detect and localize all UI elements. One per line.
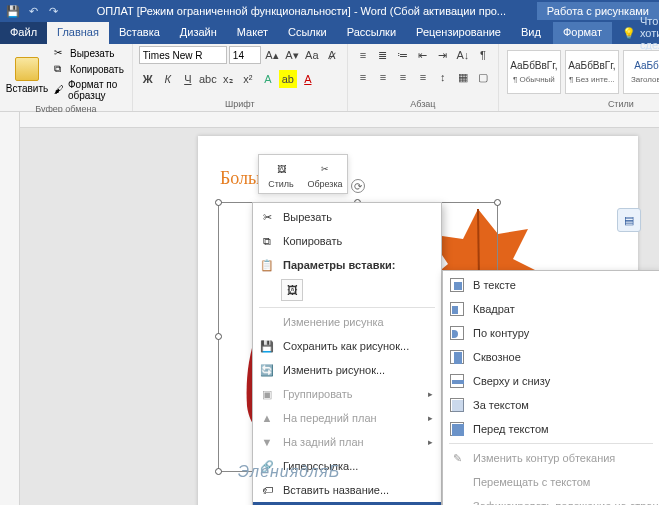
bold-button[interactable]: Ж bbox=[139, 70, 157, 88]
clipboard-icon bbox=[15, 57, 39, 81]
borders-button[interactable]: ▢ bbox=[474, 68, 492, 86]
tell-me[interactable]: 💡 Что вы хотите сделать? bbox=[612, 22, 659, 44]
edit-points-icon: ✎ bbox=[449, 450, 465, 466]
tab-mailings[interactable]: Рассылки bbox=[337, 22, 406, 44]
line-spacing-button[interactable]: ↕ bbox=[434, 68, 452, 86]
undo-icon[interactable]: ↶ bbox=[26, 4, 40, 18]
watermark-text: ЭлениядляБ bbox=[238, 463, 340, 481]
shading-button[interactable]: ▦ bbox=[454, 68, 472, 86]
crop-icon: ✂ bbox=[315, 159, 335, 179]
text-effects-button[interactable]: A bbox=[259, 70, 277, 88]
layout-options-button[interactable]: ▤ bbox=[617, 208, 641, 232]
font-name-input[interactable] bbox=[139, 46, 227, 64]
justify-button[interactable]: ≡ bbox=[414, 68, 432, 86]
wrap-behind-icon bbox=[450, 398, 464, 412]
ctx-cut[interactable]: ✂Вырезать bbox=[253, 205, 441, 229]
italic-button[interactable]: К bbox=[159, 70, 177, 88]
tab-insert[interactable]: Вставка bbox=[109, 22, 170, 44]
wrap-tight-icon bbox=[450, 326, 464, 340]
align-left-button[interactable]: ≡ bbox=[354, 68, 372, 86]
wrap-top-bottom[interactable]: Сверху и снизу bbox=[443, 369, 659, 393]
clear-format-button[interactable]: A̷ bbox=[323, 46, 341, 64]
window-title: ОПЛАТ [Режим ограниченной функциональнос… bbox=[66, 5, 537, 17]
picture-mini-toolbar: 🖼 Стиль ✂ Обрезка bbox=[258, 154, 348, 194]
ribbon-tabs: Файл Главная Вставка Дизайн Макет Ссылки… bbox=[0, 22, 659, 44]
wrap-in-front[interactable]: Перед текстом bbox=[443, 417, 659, 441]
caption-icon: 🏷 bbox=[259, 482, 275, 498]
redo-icon[interactable]: ↷ bbox=[46, 4, 60, 18]
multilevel-button[interactable]: ≔ bbox=[394, 46, 412, 64]
superscript-button[interactable]: x² bbox=[239, 70, 257, 88]
wrap-inline[interactable]: В тексте bbox=[443, 273, 659, 297]
subscript-button[interactable]: x₂ bbox=[219, 70, 237, 88]
resize-handle-nw[interactable] bbox=[215, 199, 222, 206]
paste-button[interactable]: Вставить bbox=[6, 55, 48, 94]
picture-style-button[interactable]: 🖼 Стиль bbox=[263, 159, 299, 189]
wrap-through[interactable]: Сквозное bbox=[443, 345, 659, 369]
underline-button[interactable]: Ч bbox=[179, 70, 197, 88]
font-color-button[interactable]: A bbox=[299, 70, 317, 88]
increase-indent-button[interactable]: ⇥ bbox=[434, 46, 452, 64]
ctx-group: ▣Группировать▸ bbox=[253, 382, 441, 406]
ctx-copy[interactable]: ⧉Копировать bbox=[253, 229, 441, 253]
wrap-tight[interactable]: По контуру bbox=[443, 321, 659, 345]
brush-icon: 🖌 bbox=[54, 84, 64, 96]
numbering-button[interactable]: ≣ bbox=[374, 46, 392, 64]
picture-style-icon: 🖼 bbox=[271, 159, 291, 179]
scissors-icon: ✂ bbox=[54, 47, 66, 59]
wrap-front-icon bbox=[450, 422, 464, 436]
horizontal-ruler[interactable] bbox=[20, 112, 659, 128]
resize-handle-sw[interactable] bbox=[215, 468, 222, 475]
shrink-font-button[interactable]: A▾ bbox=[283, 46, 301, 64]
change-case-button[interactable]: Aa bbox=[303, 46, 321, 64]
font-size-input[interactable] bbox=[229, 46, 261, 64]
tab-references[interactable]: Ссылки bbox=[278, 22, 337, 44]
ctx-change-picture[interactable]: 🔄Изменить рисунок... bbox=[253, 358, 441, 382]
resize-handle-w[interactable] bbox=[215, 333, 222, 340]
paste-option-picture[interactable]: 🖼 bbox=[281, 279, 303, 301]
align-center-button[interactable]: ≡ bbox=[374, 68, 392, 86]
tab-layout[interactable]: Макет bbox=[227, 22, 278, 44]
highlight-button[interactable]: ab bbox=[279, 70, 297, 88]
wrap-edit-points: ✎Изменить контур обтекания bbox=[443, 446, 659, 470]
grow-font-button[interactable]: A▴ bbox=[263, 46, 281, 64]
wrap-topbot-icon bbox=[450, 374, 464, 388]
tab-review[interactable]: Рецензирование bbox=[406, 22, 511, 44]
wrap-square[interactable]: Квадрат bbox=[443, 297, 659, 321]
tab-format[interactable]: Формат bbox=[553, 22, 612, 44]
decrease-indent-button[interactable]: ⇤ bbox=[414, 46, 432, 64]
ctx-insert-caption[interactable]: 🏷Вставить название... bbox=[253, 478, 441, 502]
align-right-button[interactable]: ≡ bbox=[394, 68, 412, 86]
resize-handle-ne[interactable] bbox=[494, 199, 501, 206]
vertical-ruler[interactable] bbox=[0, 112, 20, 505]
group-font: A▴ A▾ Aa A̷ Ж К Ч abc x₂ x² A ab A Шрифт bbox=[133, 44, 348, 111]
rotate-handle[interactable]: ⟳ bbox=[351, 179, 365, 193]
format-painter-button[interactable]: 🖌Формат по образцу bbox=[52, 78, 126, 102]
ctx-paste-options-header: 📋Параметры вставки: bbox=[253, 253, 441, 277]
tab-file[interactable]: Файл bbox=[0, 22, 47, 44]
copy-button[interactable]: ⧉Копировать bbox=[52, 62, 126, 76]
strike-button[interactable]: abc bbox=[199, 70, 217, 88]
wrap-square-icon bbox=[450, 302, 464, 316]
sort-button[interactable]: A↓ bbox=[454, 46, 472, 64]
style-normal[interactable]: АаБбВвГг,¶ Обычный bbox=[507, 50, 561, 94]
ribbon: Вставить ✂Вырезать ⧉Копировать 🖌Формат п… bbox=[0, 44, 659, 112]
ctx-save-as-picture[interactable]: 💾Сохранить как рисунок... bbox=[253, 334, 441, 358]
wrap-move-with-text: Перемещать с текстом bbox=[443, 470, 659, 494]
save-icon[interactable]: 💾 bbox=[6, 4, 20, 18]
ctx-bring-front: ▲На передний план▸ bbox=[253, 406, 441, 430]
crop-button[interactable]: ✂ Обрезка bbox=[307, 159, 343, 189]
show-marks-button[interactable]: ¶ bbox=[474, 46, 492, 64]
style-no-spacing[interactable]: АаБбВвГг,¶ Без инте... bbox=[565, 50, 619, 94]
tab-home[interactable]: Главная bbox=[47, 22, 109, 44]
clipboard-icon: 📋 bbox=[259, 257, 275, 273]
change-picture-icon: 🔄 bbox=[259, 362, 275, 378]
send-back-icon: ▼ bbox=[259, 434, 275, 450]
tab-view[interactable]: Вид bbox=[511, 22, 551, 44]
style-heading1[interactable]: АаБбВЗаголовок bbox=[623, 50, 659, 94]
wrap-behind[interactable]: За текстом bbox=[443, 393, 659, 417]
bullets-button[interactable]: ≡ bbox=[354, 46, 372, 64]
quick-access-toolbar: 💾 ↶ ↷ bbox=[0, 4, 66, 18]
tab-design[interactable]: Дизайн bbox=[170, 22, 227, 44]
cut-button[interactable]: ✂Вырезать bbox=[52, 46, 126, 60]
